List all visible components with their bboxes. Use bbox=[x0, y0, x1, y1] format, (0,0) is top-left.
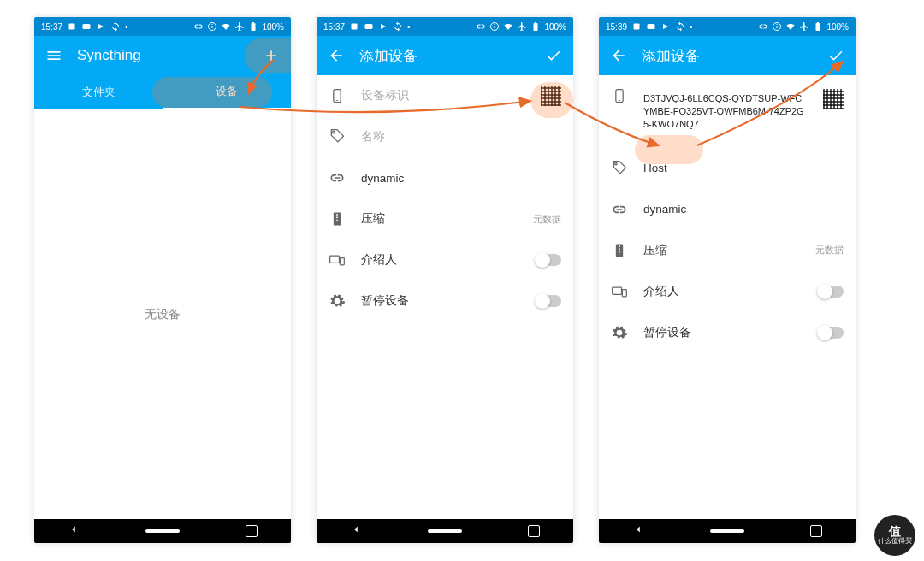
tag-icon bbox=[329, 128, 346, 145]
youtube-icon bbox=[364, 21, 374, 32]
gear-icon bbox=[329, 292, 346, 310]
camera-icon bbox=[96, 21, 106, 32]
link-row-icon bbox=[329, 169, 346, 186]
svg-rect-34 bbox=[613, 287, 622, 294]
pause-toggle[interactable] bbox=[536, 295, 561, 307]
nav-recent[interactable] bbox=[810, 525, 822, 537]
youtube-icon bbox=[646, 21, 656, 32]
link-icon bbox=[476, 21, 486, 32]
menu-button[interactable] bbox=[44, 46, 63, 65]
back-button[interactable] bbox=[609, 46, 628, 65]
introducer-toggle[interactable] bbox=[818, 286, 844, 298]
row-pause[interactable]: 暂停设备 bbox=[317, 280, 573, 322]
camera-icon bbox=[378, 21, 388, 32]
svg-rect-7 bbox=[352, 24, 358, 30]
recording-icon bbox=[349, 21, 359, 32]
svg-rect-12 bbox=[495, 24, 495, 25]
status-bar: 15:37 • 100% bbox=[317, 17, 573, 36]
row-introducer[interactable]: 介绍人 bbox=[317, 239, 573, 280]
svg-rect-4 bbox=[212, 26, 213, 28]
tabs: 文件夹 设备 bbox=[34, 75, 291, 109]
sync-icon bbox=[110, 21, 121, 32]
svg-marker-24 bbox=[663, 24, 668, 29]
info-icon bbox=[772, 21, 782, 32]
status-bar: 15:37 • 100% bbox=[34, 17, 291, 36]
airplane-icon bbox=[234, 21, 245, 32]
svg-rect-26 bbox=[777, 26, 778, 28]
svg-rect-35 bbox=[622, 289, 626, 296]
devices-icon bbox=[329, 251, 346, 269]
zip-icon bbox=[611, 242, 628, 259]
row-introducer[interactable]: 介绍人 bbox=[599, 271, 856, 312]
row-addresses[interactable]: dynamic bbox=[599, 189, 856, 230]
compression-label: 压缩 bbox=[643, 243, 800, 258]
nav-bar bbox=[34, 519, 291, 543]
link-icon bbox=[758, 21, 768, 32]
app-title: Syncthing bbox=[77, 47, 248, 64]
confirm-button[interactable] bbox=[826, 46, 845, 65]
svg-marker-36 bbox=[637, 527, 640, 533]
row-compression[interactable]: 压缩 元数据 bbox=[317, 198, 573, 239]
info-icon bbox=[489, 21, 500, 32]
row-pause[interactable]: 暂停设备 bbox=[599, 312, 856, 353]
nav-home[interactable] bbox=[710, 529, 744, 533]
arrow-back-icon bbox=[328, 47, 345, 64]
watermark: 值 什么值得买 bbox=[874, 515, 915, 556]
qr-scan-button[interactable] bbox=[823, 89, 844, 109]
qr-scan-button[interactable] bbox=[541, 86, 561, 106]
row-name[interactable]: 名称 bbox=[317, 116, 573, 157]
add-button[interactable] bbox=[262, 46, 281, 65]
content-area: 设备标识 名称 dynamic 压缩 元数据 介绍人 bbox=[317, 75, 573, 519]
svg-rect-23 bbox=[648, 24, 655, 29]
confirm-button[interactable] bbox=[544, 46, 563, 65]
battery-icon bbox=[813, 21, 823, 32]
row-compression[interactable]: 压缩 元数据 bbox=[599, 230, 856, 271]
row-addresses[interactable]: dynamic bbox=[317, 157, 573, 198]
nav-home[interactable] bbox=[145, 529, 180, 533]
name-value[interactable]: Host bbox=[643, 162, 844, 174]
status-dot: • bbox=[125, 22, 128, 32]
tag-icon bbox=[611, 160, 628, 177]
battery-icon bbox=[248, 21, 258, 32]
svg-marker-9 bbox=[381, 24, 386, 29]
svg-rect-14 bbox=[336, 100, 339, 101]
svg-rect-29 bbox=[619, 100, 621, 101]
link-icon bbox=[193, 21, 204, 32]
compression-label: 压缩 bbox=[361, 211, 518, 227]
row-name[interactable]: Host bbox=[599, 148, 856, 189]
row-device-id[interactable]: D3TJVQJ-6LL6CQS-QYDTSUP-WFCYMBE-FO325VT-… bbox=[599, 75, 856, 148]
wifi-icon bbox=[785, 21, 796, 32]
compression-value: 元数据 bbox=[815, 244, 844, 257]
status-bar: 15:39 • 100% bbox=[599, 17, 856, 36]
svg-rect-17 bbox=[336, 217, 338, 219]
back-button[interactable] bbox=[327, 46, 346, 65]
airplane-icon bbox=[517, 21, 527, 32]
tab-folders[interactable]: 文件夹 bbox=[34, 75, 163, 109]
airplane-icon bbox=[799, 21, 809, 32]
nav-recent[interactable] bbox=[246, 525, 258, 537]
svg-rect-0 bbox=[69, 24, 75, 30]
svg-rect-16 bbox=[336, 214, 338, 216]
nav-recent[interactable] bbox=[528, 525, 540, 537]
nav-home[interactable] bbox=[428, 529, 462, 533]
svg-rect-8 bbox=[365, 24, 373, 29]
watermark-logo: 值 bbox=[878, 525, 912, 538]
svg-rect-33 bbox=[619, 251, 620, 252]
compression-value: 元数据 bbox=[533, 213, 561, 226]
gear-icon bbox=[611, 324, 628, 341]
introducer-label: 介绍人 bbox=[361, 252, 520, 268]
app-bar: 添加设备 bbox=[599, 36, 856, 75]
svg-rect-5 bbox=[212, 24, 213, 25]
row-device-id[interactable]: 设备标识 bbox=[317, 75, 573, 116]
introducer-toggle[interactable] bbox=[536, 254, 561, 266]
device-id-input[interactable]: 设备标识 bbox=[361, 88, 525, 103]
nav-back[interactable] bbox=[68, 523, 80, 539]
device-id-value: D3TJVQJ-6LL6CQS-QYDTSUP-WFCYMBE-FO325VT-… bbox=[643, 84, 808, 139]
name-input[interactable]: 名称 bbox=[361, 129, 561, 145]
nav-back[interactable] bbox=[632, 523, 644, 539]
nav-back[interactable] bbox=[350, 523, 362, 539]
nav-bar bbox=[317, 519, 573, 543]
pause-toggle[interactable] bbox=[818, 327, 844, 339]
phone-screen-3: 15:39 • 100% 添加设备 bbox=[599, 17, 856, 543]
tab-devices[interactable]: 设备 bbox=[163, 75, 291, 109]
